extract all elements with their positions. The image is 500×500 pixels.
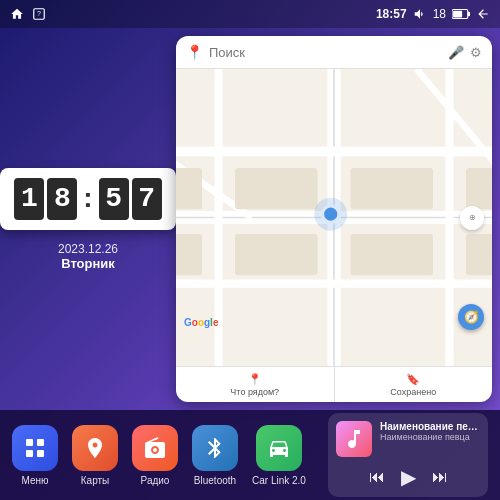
volume-icon <box>413 7 427 21</box>
music-top: Наименование песни Наименование певца <box>336 421 480 457</box>
map-settings-icon[interactable]: ⚙ <box>470 45 482 60</box>
svg-rect-29 <box>37 450 44 457</box>
clock-widget: 1 8 : 5 7 <box>0 168 175 230</box>
battery-icon <box>452 8 470 20</box>
app-icon-maps[interactable]: Карты <box>72 425 118 486</box>
bluetooth-icon <box>192 425 238 471</box>
date-text: 2023.12.26 <box>58 242 118 256</box>
main-screen: ? 18:57 18 1 8 <box>0 0 500 500</box>
bluetooth-label: Bluetooth <box>194 475 236 486</box>
app-icon-menu[interactable]: Меню <box>12 425 58 486</box>
map-compass[interactable]: ⊕ <box>460 206 484 230</box>
clock-minutes-group: 5 7 <box>99 178 162 220</box>
svg-rect-4 <box>453 11 462 18</box>
saved-label: Сохранено <box>390 387 436 397</box>
status-bar: ? 18:57 18 <box>0 0 500 28</box>
svg-point-25 <box>314 198 347 231</box>
svg-rect-23 <box>466 234 492 275</box>
music-info: Наименование песни Наименование певца <box>380 421 480 442</box>
menu-label: Меню <box>21 475 48 486</box>
clock-minute-tens: 5 <box>99 178 129 220</box>
map-saved-button[interactable]: 🔖 Сохранено <box>335 367 493 402</box>
svg-rect-16 <box>176 168 202 209</box>
app-icons-row: Меню Карты Радио <box>12 425 320 486</box>
map-location-button[interactable]: 🧭 <box>458 304 484 330</box>
maps-label: Карты <box>81 475 110 486</box>
app-icon-radio[interactable]: Радио <box>132 425 178 486</box>
svg-rect-18 <box>235 168 318 209</box>
svg-rect-3 <box>468 12 470 17</box>
clock-hour-ones: 8 <box>47 178 77 220</box>
map-search-bar: 📍 🎤 ⚙ <box>176 36 492 69</box>
status-bar-left: ? <box>10 7 46 21</box>
clock-hours-group: 1 8 <box>14 178 77 220</box>
status-bar-right: 18:57 18 <box>376 7 490 21</box>
clock-minute-ones: 7 <box>132 178 162 220</box>
music-title: Наименование песни <box>380 421 480 432</box>
map-widget: 📍 🎤 ⚙ <box>176 36 492 402</box>
menu-icon <box>12 425 58 471</box>
app-icon-carlink[interactable]: Car Link 2.0 <box>252 425 306 486</box>
date-info: 2023.12.26 Вторник <box>58 242 118 271</box>
svg-rect-27 <box>37 439 44 446</box>
radio-icon <box>132 425 178 471</box>
map-footer: 📍 Что рядом? 🔖 Сохранено <box>176 366 492 402</box>
svg-rect-28 <box>26 450 33 457</box>
svg-rect-26 <box>26 439 33 446</box>
music-play-button[interactable]: ▶ <box>401 465 416 489</box>
bottom-bar: Меню Карты Радио <box>0 410 500 500</box>
left-panel: 1 8 : 5 7 2023.12.26 Вторник <box>8 36 168 402</box>
app-icon-bluetooth[interactable]: Bluetooth <box>192 425 238 486</box>
battery-level: 18 <box>433 7 446 21</box>
svg-rect-22 <box>466 168 492 209</box>
back-icon[interactable] <box>476 7 490 21</box>
map-pin-icon: 📍 <box>186 44 203 60</box>
main-content-area: 1 8 : 5 7 2023.12.26 Вторник 📍 🎤 ⚙ <box>0 28 500 410</box>
music-artist: Наименование певца <box>380 432 480 442</box>
map-nearby-button[interactable]: 📍 Что рядом? <box>176 367 335 402</box>
svg-rect-21 <box>351 234 434 275</box>
status-time: 18:57 <box>376 7 407 21</box>
svg-rect-17 <box>176 234 202 275</box>
nearby-label: Что рядом? <box>230 387 279 397</box>
music-next-button[interactable]: ⏭ <box>432 468 448 486</box>
carlink-label: Car Link 2.0 <box>252 475 306 486</box>
map-svg <box>176 69 492 366</box>
radio-label: Радио <box>141 475 170 486</box>
svg-text:?: ? <box>37 10 41 17</box>
saved-icon: 🔖 <box>406 373 420 386</box>
google-logo: Google <box>184 317 218 328</box>
home-icon <box>10 7 24 21</box>
mic-icon[interactable]: 🎤 <box>448 45 464 60</box>
maps-icon <box>72 425 118 471</box>
nearby-icon: 📍 <box>248 373 262 386</box>
question-icon: ? <box>32 7 46 21</box>
music-prev-button[interactable]: ⏮ <box>369 468 385 486</box>
svg-rect-19 <box>235 234 318 275</box>
carlink-icon <box>256 425 302 471</box>
music-controls: ⏮ ▶ ⏭ <box>336 465 480 489</box>
clock-separator: : <box>83 184 92 214</box>
music-thumbnail <box>336 421 372 457</box>
svg-rect-20 <box>351 168 434 209</box>
map-search-input[interactable] <box>209 45 442 60</box>
day-text: Вторник <box>58 256 118 271</box>
map-body[interactable]: ⊕ 🧭 Google <box>176 69 492 366</box>
music-player-widget: Наименование песни Наименование певца ⏮ … <box>328 413 488 497</box>
clock-hour-tens: 1 <box>14 178 44 220</box>
